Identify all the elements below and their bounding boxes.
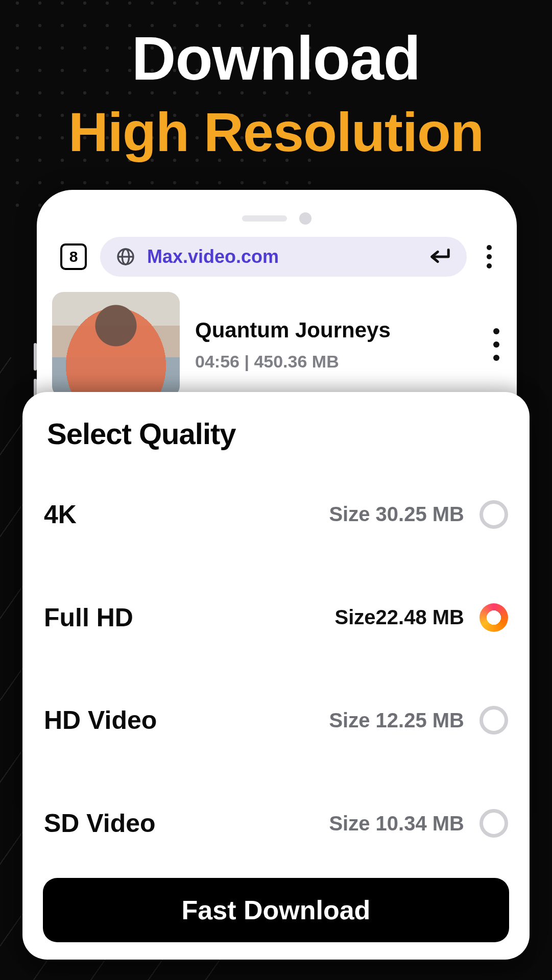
quality-option-fullhd[interactable]: Full HD Size22.48 MB (43, 592, 509, 644)
url-bar[interactable]: Max.video.com (100, 237, 467, 277)
radio-unchecked-icon[interactable] (479, 500, 508, 529)
quality-size: Size 30.25 MB (329, 503, 464, 526)
hero-headline: Download High Resolution (0, 0, 552, 161)
browser-toolbar: 8 Max.video.com (60, 237, 498, 277)
radio-checked-icon[interactable] (479, 603, 508, 632)
quality-label: SD Video (44, 808, 156, 838)
fast-download-button[interactable]: Fast Download (43, 878, 509, 942)
video-size: 450.36 MB (254, 352, 339, 371)
video-subtitle: 04:56 | 450.36 MB (195, 352, 476, 372)
tab-count-button[interactable]: 8 (60, 243, 87, 270)
quality-options-list: 4K Size 30.25 MB Full HD Size22.48 MB HD… (43, 463, 509, 875)
sheet-title: Select Quality (47, 416, 509, 451)
radio-unchecked-icon[interactable] (479, 809, 508, 838)
tab-count-value: 8 (69, 248, 78, 265)
front-camera (299, 212, 311, 225)
quality-bottom-sheet: Select Quality 4K Size 30.25 MB Full HD … (22, 392, 530, 960)
quality-label: Full HD (44, 603, 133, 632)
quality-size: Size 10.34 MB (329, 812, 464, 835)
video-duration: 04:56 (195, 352, 239, 371)
phone-notch (242, 212, 311, 225)
quality-option-4k[interactable]: 4K Size 30.25 MB (43, 488, 509, 541)
overflow-menu-button[interactable] (480, 243, 498, 270)
quality-size: Size22.48 MB (335, 606, 464, 629)
video-meta: Quantum Journeys 04:56 | 450.36 MB (195, 318, 476, 372)
quality-label: HD Video (44, 705, 157, 735)
quality-label: 4K (44, 500, 77, 529)
quality-option-hd[interactable]: HD Video Size 12.25 MB (43, 694, 509, 746)
speaker-grille (242, 215, 287, 222)
video-thumbnail (52, 292, 180, 397)
globe-icon (115, 247, 136, 267)
radio-unchecked-icon[interactable] (479, 706, 508, 734)
quality-size: Size 12.25 MB (329, 709, 464, 732)
quality-option-sd[interactable]: SD Video Size 10.34 MB (43, 797, 509, 849)
item-overflow-button[interactable] (491, 328, 501, 361)
hero-line-1: Download (0, 28, 552, 89)
video-title: Quantum Journeys (195, 318, 476, 342)
hero-line-2: High Resolution (0, 103, 552, 161)
video-separator: | (239, 352, 254, 371)
url-text: Max.video.com (147, 246, 417, 267)
video-list-item[interactable]: Quantum Journeys 04:56 | 450.36 MB (52, 292, 501, 397)
enter-icon[interactable] (428, 247, 451, 267)
phone-side-button (34, 343, 37, 371)
